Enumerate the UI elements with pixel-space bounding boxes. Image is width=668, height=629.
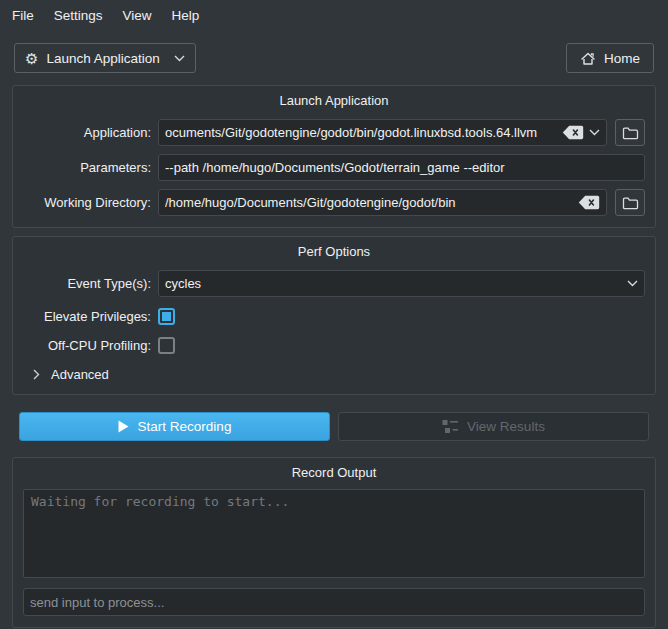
clear-application-icon[interactable] (562, 125, 584, 140)
list-tree-icon (442, 419, 458, 434)
off-cpu-profiling-row: Off-CPU Profiling: (23, 336, 645, 355)
parameters-field[interactable] (158, 154, 645, 181)
working-directory-field[interactable] (158, 189, 607, 216)
elevate-privileges-checkbox[interactable] (158, 308, 175, 325)
home-button[interactable]: Home (566, 43, 654, 73)
record-output-text-area[interactable]: Waiting for recording to start... (23, 489, 645, 578)
view-results-label: View Results (467, 419, 545, 434)
send-input-field[interactable] (23, 588, 645, 616)
browse-working-directory-button[interactable] (615, 189, 645, 216)
start-recording-label: Start Recording (138, 419, 232, 434)
parameters-label: Parameters: (23, 160, 151, 175)
menu-settings[interactable]: Settings (44, 4, 113, 27)
application-row: Application: (23, 119, 645, 146)
action-buttons: Start Recording View Results (19, 412, 649, 441)
gear-icon: ⚙ (25, 51, 38, 66)
browse-application-button[interactable] (615, 119, 645, 146)
menu-view[interactable]: View (113, 4, 162, 27)
send-input[interactable] (30, 595, 638, 610)
folder-icon (622, 126, 639, 140)
application-label: Application: (23, 125, 151, 140)
launch-mode-dropdown[interactable]: ⚙ Launch Application (14, 43, 196, 73)
advanced-label: Advanced (51, 367, 109, 382)
record-output-group: Record Output Waiting for recording to s… (12, 457, 656, 628)
advanced-expander[interactable]: Advanced (33, 367, 645, 382)
launch-application-group: Launch Application Application: Paramete… (12, 85, 656, 228)
elevate-privileges-row: Elevate Privileges: (23, 307, 645, 326)
application-combo-field[interactable] (158, 119, 607, 146)
home-icon (580, 51, 596, 66)
clear-working-directory-icon[interactable] (578, 195, 600, 210)
event-types-label: Event Type(s): (23, 276, 151, 291)
group-title-perf: Perf Options (23, 242, 645, 262)
group-title-launch: Launch Application (23, 91, 645, 111)
folder-icon (622, 196, 639, 210)
application-input[interactable] (165, 125, 557, 140)
application-combo-chevron-icon[interactable] (589, 129, 600, 136)
event-types-row: Event Type(s): (23, 270, 645, 297)
group-title-record-output: Record Output (23, 463, 645, 483)
working-directory-label: Working Directory: (23, 195, 151, 210)
event-types-input[interactable] (165, 276, 622, 291)
working-directory-input[interactable] (165, 195, 573, 210)
chevron-right-icon (33, 369, 40, 380)
view-results-button: View Results (338, 412, 649, 441)
start-recording-button[interactable]: Start Recording (19, 412, 330, 441)
off-cpu-profiling-checkbox[interactable] (158, 337, 175, 354)
event-types-chevron-icon[interactable] (627, 280, 638, 287)
elevate-privileges-label: Elevate Privileges: (23, 309, 151, 324)
event-types-combo[interactable] (158, 270, 645, 297)
menubar: File Settings View Help (0, 0, 668, 31)
working-directory-row: Working Directory: (23, 189, 645, 216)
launch-mode-label: Launch Application (46, 51, 174, 66)
chevron-down-icon (174, 55, 185, 62)
home-label: Home (604, 51, 640, 66)
menu-file[interactable]: File (2, 4, 44, 27)
play-icon (118, 420, 129, 433)
menu-help[interactable]: Help (162, 4, 210, 27)
toolbar: ⚙ Launch Application Home (14, 43, 654, 73)
parameters-input[interactable] (165, 160, 638, 175)
parameters-row: Parameters: (23, 154, 645, 181)
off-cpu-profiling-label: Off-CPU Profiling: (23, 338, 151, 353)
perf-options-group: Perf Options Event Type(s): Elevate Priv… (12, 236, 656, 395)
